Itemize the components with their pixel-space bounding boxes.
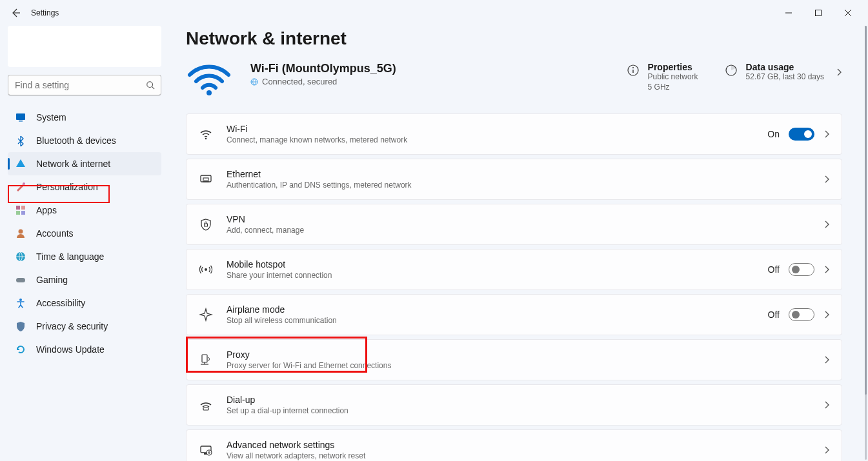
properties-link[interactable]: Properties Public network 5 GHz (626, 62, 698, 92)
card-title: Wi-Fi (227, 124, 754, 134)
sidebar-item-apps[interactable]: Apps (8, 199, 161, 222)
card-proxy[interactable]: ProxyProxy server for Wi-Fi and Ethernet… (186, 339, 842, 380)
bluetooth-icon (14, 134, 27, 147)
sidebar-item-system[interactable]: System (8, 106, 161, 129)
sidebar-item-accounts[interactable]: Accounts (8, 222, 161, 245)
card-wifi[interactable]: Wi-FiConnect, manage known networks, met… (186, 113, 842, 155)
toggle-airplane[interactable] (789, 308, 814, 321)
wifi-large-icon (186, 62, 232, 95)
card-airplane[interactable]: Airplane modeStop all wireless communica… (186, 294, 842, 335)
sidebar-item-label: System (36, 112, 66, 123)
sidebar: SystemBluetooth & devicesNetwork & inter… (0, 26, 169, 461)
card-title: Proxy (227, 349, 811, 360)
card-subtitle: Proxy server for Wi-Fi and Ethernet conn… (227, 361, 811, 370)
sidebar-item-label: Network & internet (36, 159, 110, 169)
svg-point-23 (205, 138, 207, 140)
sidebar-item-bluetooth-devices[interactable]: Bluetooth & devices (8, 129, 161, 152)
globe-small-icon (250, 78, 258, 86)
card-title: Advanced network settings (227, 440, 811, 450)
profile-card[interactable] (8, 26, 161, 67)
gaming-icon (14, 273, 27, 286)
card-subtitle: Share your internet connection (227, 271, 755, 280)
sidebar-item-gaming[interactable]: Gaming (8, 268, 161, 291)
data-usage-link[interactable]: Data usage 52.67 GB, last 30 days (724, 62, 842, 83)
minimize-button[interactable] (774, 3, 803, 23)
sidebar-nav: SystemBluetooth & devicesNetwork & inter… (8, 106, 161, 361)
window-title: Settings (31, 8, 59, 17)
sidebar-item-label: Windows Update (36, 344, 105, 355)
card-vpn[interactable]: VPNAdd, connect, manage (186, 204, 842, 245)
card-state-label: Off (768, 309, 780, 320)
card-title: Airplane mode (227, 304, 755, 315)
back-arrow-icon (10, 8, 21, 18)
properties-title: Properties (648, 62, 698, 72)
svg-rect-31 (202, 355, 207, 362)
chevron-right-icon (823, 130, 830, 139)
card-subtitle: Add, connect, manage (227, 226, 811, 235)
toggle-hotspot[interactable] (789, 263, 814, 276)
card-dialup[interactable]: Dial-upSet up a dial-up internet connect… (186, 384, 842, 426)
sidebar-item-privacy-security[interactable]: Privacy & security (8, 315, 161, 338)
sidebar-item-label: Privacy & security (36, 321, 108, 331)
connection-title: Wi-Fi (MountOlympus_5G) (250, 62, 457, 75)
data-usage-line1: 52.67 GB, last 30 days (746, 72, 824, 83)
ethernet-icon (198, 172, 214, 187)
sidebar-item-personalization[interactable]: Personalization (8, 175, 161, 199)
toggle-wifi[interactable] (789, 128, 814, 141)
advanced-icon (198, 442, 214, 458)
vpn-icon (198, 217, 214, 232)
sidebar-item-time-language[interactable]: Time & language (8, 245, 161, 268)
hero-right: Properties Public network 5 GHz Data usa… (626, 62, 842, 92)
search-input[interactable] (8, 75, 161, 95)
sidebar-item-label: Accounts (36, 228, 74, 239)
svg-point-21 (632, 67, 634, 68)
svg-point-30 (205, 268, 207, 271)
sidebar-item-accessibility[interactable]: Accessibility (8, 291, 161, 315)
apps-icon (14, 204, 27, 217)
scrollbar[interactable] (865, 26, 867, 460)
svg-rect-15 (16, 278, 25, 282)
card-advanced[interactable]: Advanced network settingsView all networ… (186, 429, 842, 461)
main-content: Network & internet Wi-Fi (MountOlympus_5… (169, 26, 868, 461)
time-language-icon (14, 250, 27, 263)
card-title: Dial-up (227, 395, 811, 405)
svg-rect-1 (816, 10, 822, 16)
chevron-right-icon (823, 220, 830, 229)
svg-rect-29 (205, 224, 208, 226)
svg-rect-7 (19, 121, 23, 122)
chevron-right-icon (823, 446, 830, 455)
maximize-button[interactable] (803, 3, 833, 23)
card-title: Mobile hotspot (227, 259, 755, 270)
svg-rect-10 (21, 206, 25, 210)
sidebar-item-label: Time & language (36, 251, 104, 262)
privacy-icon (14, 320, 27, 333)
accounts-icon (14, 227, 27, 240)
svg-point-16 (19, 299, 22, 301)
card-subtitle: Stop all wireless communication (227, 316, 755, 325)
close-button[interactable] (833, 3, 863, 23)
svg-point-8 (23, 182, 25, 185)
search-icon (146, 81, 155, 90)
sidebar-item-label: Accessibility (36, 298, 85, 308)
card-title: Ethernet (227, 169, 811, 179)
hero-row: Wi-Fi (MountOlympus_5G) Connected, secur… (186, 62, 842, 95)
sidebar-item-windows-update[interactable]: Windows Update (8, 338, 161, 361)
hotspot-icon (198, 262, 214, 277)
svg-point-4 (147, 82, 153, 88)
titlebar: Settings (0, 0, 868, 26)
info-icon (626, 63, 640, 77)
svg-point-13 (19, 230, 23, 234)
connection-status: Connected, secured (262, 77, 337, 86)
svg-point-17 (207, 90, 212, 95)
card-subtitle: View all network adapters, network reset (227, 451, 811, 460)
network-icon (14, 157, 27, 170)
proxy-icon (198, 352, 214, 368)
sidebar-item-network-internet[interactable]: Network & internet (8, 152, 161, 175)
connection-info: Wi-Fi (MountOlympus_5G) Connected, secur… (250, 62, 457, 86)
card-ethernet[interactable]: EthernetAuthentication, IP and DNS setti… (186, 159, 842, 200)
back-button[interactable] (5, 3, 26, 23)
card-hotspot[interactable]: Mobile hotspotShare your internet connec… (186, 249, 842, 290)
sidebar-item-label: Apps (36, 205, 57, 215)
chevron-right-icon (823, 400, 830, 409)
connection-status-row: Connected, secured (250, 77, 457, 86)
